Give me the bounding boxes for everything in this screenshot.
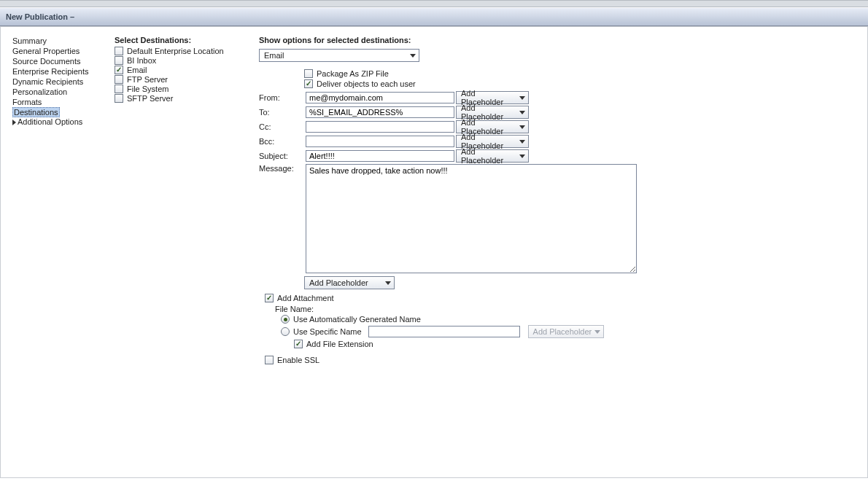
add-attachment-option[interactable]: Add Attachment — [265, 294, 867, 303]
destination-select-value: Email — [264, 51, 284, 60]
deliver-each-label: Deliver objects to each user — [317, 79, 416, 88]
radio-icon[interactable] — [281, 327, 290, 336]
add-placeholder-from[interactable]: Add Placeholder — [456, 91, 529, 104]
nav-item-enterprise-recipients[interactable]: Enterprise Recipients — [12, 66, 115, 77]
add-file-extension-option[interactable]: Add File Extension — [294, 340, 867, 348]
from-label: From: — [259, 93, 304, 102]
radio-icon[interactable] — [281, 315, 290, 324]
deliver-each-user-option[interactable]: Deliver objects to each user — [304, 79, 867, 88]
dest-label: Email — [127, 66, 147, 74]
message-textarea[interactable] — [306, 164, 637, 273]
chevron-down-icon — [519, 96, 525, 100]
caret-right-icon — [12, 120, 16, 125]
checkbox-icon[interactable] — [304, 69, 313, 78]
dest-label: Default Enterprise Location — [127, 47, 224, 55]
checkbox-icon[interactable] — [115, 85, 123, 93]
dest-row-file-system[interactable]: File System — [115, 85, 259, 94]
checkbox-icon[interactable] — [115, 47, 123, 55]
nav-sidebar: Summary General Properties Source Docume… — [12, 34, 115, 477]
bcc-input[interactable] — [306, 136, 454, 147]
select-destinations-heading: Select Destinations: — [115, 36, 259, 44]
add-placeholder-message[interactable]: Add Placeholder — [304, 276, 395, 289]
dest-label: BI Inbox — [127, 56, 156, 65]
message-label: Message: — [259, 164, 304, 273]
checkbox-icon[interactable] — [115, 94, 123, 103]
nav-item-additional-options[interactable]: Additional Options — [12, 117, 115, 126]
add-placeholder-subject[interactable]: Add Placeholder — [456, 149, 529, 163]
specific-name-input[interactable] — [368, 326, 520, 337]
add-placeholder-bcc[interactable]: Add Placeholder — [456, 135, 529, 148]
enable-ssl-option[interactable]: Enable SSL — [265, 356, 867, 364]
checkbox-icon[interactable] — [115, 66, 123, 74]
checkbox-icon[interactable] — [265, 294, 274, 302]
subject-label: Subject: — [259, 152, 304, 160]
options-heading: Show options for selected destinations: — [259, 36, 867, 44]
checkbox-icon[interactable] — [304, 79, 313, 88]
checkbox-icon[interactable] — [294, 340, 303, 348]
add-placeholder-specific-name: Add Placeholder — [528, 325, 604, 338]
workspace: Summary General Properties Source Docume… — [0, 26, 868, 478]
nav-item-dynamic-recipients[interactable]: Dynamic Recipients — [12, 77, 115, 87]
chevron-down-icon — [385, 281, 391, 285]
nav-item-general-properties[interactable]: General Properties — [12, 46, 115, 56]
nav-item-source-documents[interactable]: Source Documents — [12, 56, 115, 66]
dest-label: FTP Server — [127, 75, 168, 84]
auto-name-label: Use Automatically Generated Name — [293, 315, 421, 324]
nav-sub-label: Additional Options — [18, 117, 82, 126]
nav-item-personalization[interactable]: Personalization — [12, 87, 115, 97]
add-attachment-label: Add Attachment — [277, 294, 334, 302]
from-input[interactable] — [306, 92, 454, 103]
destination-options-panel: Show options for selected destinations: … — [259, 34, 867, 477]
specific-name-option[interactable]: Use Specific Name Add Placeholder — [281, 325, 867, 338]
enable-ssl-label: Enable SSL — [277, 356, 319, 364]
cc-input[interactable] — [306, 121, 454, 133]
dest-row-ftp[interactable]: FTP Server — [115, 75, 259, 85]
dest-label: SFTP Server — [127, 94, 173, 103]
bcc-label: Bcc: — [259, 137, 304, 146]
nav-item-formats[interactable]: Formats — [12, 97, 115, 107]
checkbox-icon[interactable] — [115, 56, 123, 65]
dest-row-email[interactable]: Email — [115, 66, 259, 75]
window-titlebar: New Publication – — [0, 7, 868, 26]
file-name-label: File Name: — [275, 305, 867, 313]
package-zip-label: Package As ZIP File — [317, 69, 389, 78]
package-zip-option[interactable]: Package As ZIP File — [304, 69, 867, 78]
window-title: New Publication – — [6, 12, 74, 21]
to-label: To: — [259, 108, 304, 117]
dest-row-sftp[interactable]: SFTP Server — [115, 94, 259, 103]
nav-item-summary[interactable]: Summary — [12, 36, 115, 46]
chevron-down-icon — [519, 111, 525, 114]
add-file-extension-label: Add File Extension — [306, 340, 373, 348]
select-destinations-panel: Select Destinations: Default Enterprise … — [115, 34, 259, 477]
add-placeholder-to[interactable]: Add Placeholder — [456, 106, 529, 119]
destination-select[interactable]: Email — [259, 49, 419, 62]
specific-name-label: Use Specific Name — [293, 327, 362, 336]
chevron-down-icon — [519, 140, 525, 144]
nav-item-destinations[interactable]: Destinations — [12, 107, 60, 117]
top-strip — [0, 0, 868, 7]
dest-row-bi-inbox[interactable]: BI Inbox — [115, 56, 259, 66]
chevron-down-icon — [519, 155, 525, 158]
chevron-down-icon — [519, 125, 525, 129]
to-input[interactable] — [306, 106, 454, 118]
add-placeholder-cc[interactable]: Add Placeholder — [456, 120, 529, 133]
checkbox-icon[interactable] — [265, 356, 274, 364]
dest-label: File System — [127, 85, 168, 93]
chevron-down-icon — [410, 54, 416, 58]
chevron-down-icon — [594, 330, 600, 334]
auto-name-option[interactable]: Use Automatically Generated Name — [281, 315, 867, 324]
checkbox-icon[interactable] — [115, 75, 123, 84]
dest-row-default-enterprise[interactable]: Default Enterprise Location — [115, 47, 259, 56]
subject-input[interactable] — [306, 150, 454, 162]
cc-label: Cc: — [259, 122, 304, 131]
